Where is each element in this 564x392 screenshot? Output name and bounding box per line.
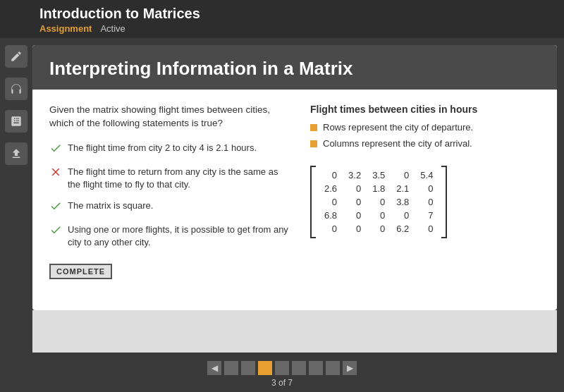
page-dot-4[interactable]: [275, 361, 289, 375]
answer-text: The flight time to return from any city …: [68, 166, 289, 191]
headphones-icon: [10, 82, 23, 95]
bullet-icon: [310, 140, 317, 147]
matrix-row: 0003.80: [319, 195, 439, 209]
matrix-cell: 0: [391, 209, 415, 222]
matrix-row: 2.601.82.10: [319, 182, 439, 195]
bullet-item: Rows represent the city of departure.: [310, 122, 540, 133]
matrix-cell: 0: [343, 195, 367, 209]
pagination: ◀ ▶: [207, 361, 357, 375]
page-dot-5[interactable]: [292, 361, 306, 375]
content-card: Interpreting Information in a Matrix Giv…: [32, 45, 557, 310]
matrix-cell: 0: [415, 182, 439, 195]
matrix-cell: 3.8: [391, 195, 415, 209]
matrix-cell: 0: [415, 222, 439, 235]
page-dot-1[interactable]: [224, 361, 238, 375]
sidebar: [0, 38, 32, 357]
content-lower: [32, 310, 557, 353]
incorrect-icon: [49, 166, 62, 181]
matrix-cell: 0: [319, 195, 343, 209]
page-count: 3 of 7: [271, 378, 293, 388]
matrix-cell: 2.1: [391, 182, 415, 195]
next-page-button[interactable]: ▶: [343, 361, 357, 375]
matrix-bracket-right: [441, 166, 447, 238]
matrix-row: 03.23.505.4: [319, 169, 439, 182]
page-title: Introduction to Matrices: [39, 6, 553, 22]
matrix-cell: 0: [415, 195, 439, 209]
calculator-icon: [10, 115, 23, 128]
matrix-cell: 6.2: [391, 222, 415, 235]
main-layout: Interpreting Information in a Matrix Giv…: [0, 38, 564, 357]
card-title: Interpreting Information in a Matrix: [49, 58, 540, 80]
left-column: Given the matrix showing flight times be…: [49, 104, 289, 296]
complete-button[interactable]: COMPLETE: [49, 264, 112, 279]
matrix-cell: 1.8: [367, 182, 391, 195]
matrix-cell: 0: [367, 222, 391, 235]
card-header: Interpreting Information in a Matrix: [32, 45, 557, 90]
card-body: Given the matrix showing flight times be…: [32, 90, 557, 310]
matrix-row: 0006.20: [319, 222, 439, 235]
correct-icon: [49, 223, 62, 239]
answer-item: The flight time from city 2 to city 4 is…: [49, 142, 289, 157]
pencil-tool-button[interactable]: [5, 45, 27, 68]
matrix-cell: 3.5: [367, 169, 391, 182]
matrix-cell: 0: [343, 182, 367, 195]
matrix-cell: 7: [415, 209, 439, 222]
upload-tool-button[interactable]: [5, 142, 27, 165]
pencil-icon: [10, 50, 23, 63]
matrix-bracket-left: [310, 166, 316, 238]
matrix-cell: 5.4: [415, 169, 439, 182]
matrix-cell: 0: [319, 169, 343, 182]
answers-list: The flight time from city 2 to city 4 is…: [49, 142, 289, 250]
bullet-item: Columns represent the city of arrival.: [310, 138, 540, 149]
headphones-tool-button[interactable]: [5, 78, 27, 100]
calculator-tool-button[interactable]: [5, 110, 27, 133]
matrix-cell: 0: [391, 169, 415, 182]
page-dot-7[interactable]: [326, 361, 340, 375]
matrix-cell: 0: [367, 195, 391, 209]
correct-icon: [49, 142, 62, 157]
matrix-cell: 0: [343, 209, 367, 222]
content-area: Interpreting Information in a Matrix Giv…: [32, 38, 564, 357]
matrix-cell: 6.8: [319, 209, 343, 222]
answer-item: The matrix is square.: [49, 200, 289, 215]
active-label: Active: [100, 23, 125, 34]
bullet-icon: [310, 124, 317, 131]
matrix-cell: 0: [343, 222, 367, 235]
page-dot-2[interactable]: [241, 361, 255, 375]
matrix-container: 03.23.505.42.601.82.100003.806.800070006…: [310, 166, 447, 238]
matrix-cell: 3.2: [343, 169, 367, 182]
question-text: Given the matrix showing flight times be…: [49, 104, 289, 130]
flight-title: Flight times between cities in hours: [310, 104, 540, 115]
bullet-text: Columns represent the city of arrival.: [323, 138, 472, 149]
matrix-cell: 0: [367, 209, 391, 222]
answer-item: The flight time to return from any city …: [49, 166, 289, 191]
matrix-table: 03.23.505.42.601.82.100003.806.800070006…: [319, 169, 439, 235]
bullets-list: Rows represent the city of departure.Col…: [310, 122, 540, 149]
right-column: Flight times between cities in hours Row…: [310, 104, 540, 296]
page-dot-3[interactable]: [258, 361, 272, 375]
answer-item: Using one or more flights, it is possibl…: [49, 223, 289, 249]
assignment-label: Assignment: [39, 23, 92, 34]
answer-text: The matrix is square.: [68, 200, 153, 212]
bullet-text: Rows represent the city of departure.: [323, 122, 473, 133]
matrix-cell: 0: [319, 222, 343, 235]
answer-text: Using one or more flights, it is possibl…: [68, 223, 289, 249]
matrix-row: 6.80007: [319, 209, 439, 222]
prev-page-button[interactable]: ◀: [207, 361, 221, 375]
page-dots: [224, 361, 340, 375]
answer-text: The flight time from city 2 to city 4 is…: [68, 142, 257, 154]
upload-icon: [10, 147, 23, 160]
page-dot-6[interactable]: [309, 361, 323, 375]
bottom-bar: ◀ ▶ 3 of 7: [0, 357, 564, 392]
correct-icon: [49, 200, 62, 215]
matrix-cell: 2.6: [319, 182, 343, 195]
topbar: Introduction to Matrices Assignment Acti…: [0, 0, 564, 38]
